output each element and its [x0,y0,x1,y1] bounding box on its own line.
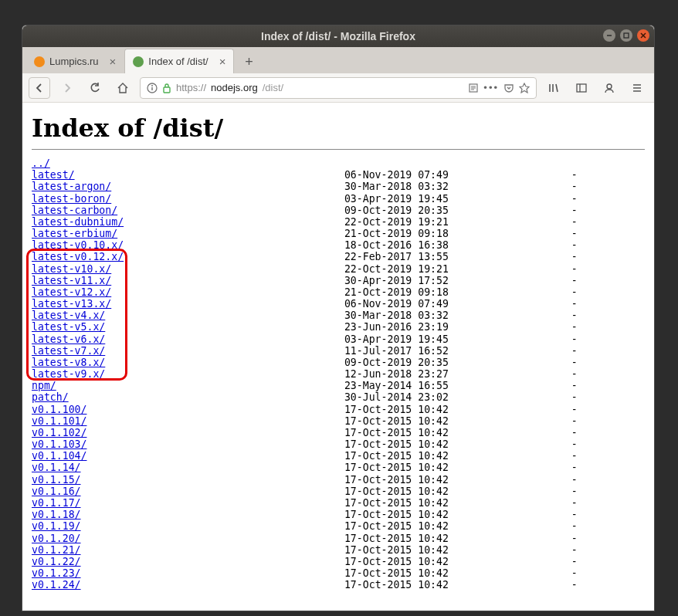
listing-row: v0.1.104/ 17-Oct-2015 10:42 - [32,450,645,462]
info-icon[interactable] [147,83,158,93]
listing-row: v0.1.21/ 17-Oct-2015 10:42 - [32,544,645,556]
listing-meta: 17-Oct-2015 10:42 - [81,544,578,556]
dir-link[interactable]: latest-boron/ [32,193,111,205]
favicon [133,56,144,67]
dir-link[interactable]: latest-erbium/ [32,228,117,239]
dir-link[interactable]: v0.1.23/ [32,567,81,579]
listing-meta: 17-Oct-2015 10:42 - [81,579,578,591]
back-button[interactable] [29,77,50,99]
close-button[interactable] [637,29,649,42]
listing-meta: 21-Oct-2019 09:18 - [117,228,577,239]
library-button[interactable] [543,77,564,99]
listing-row: latest-dubnium/ 22-Oct-2019 19:21 - [32,216,645,228]
dir-link[interactable]: v0.1.21/ [32,544,81,556]
listing-meta: 17-Oct-2015 10:42 - [81,520,578,532]
reader-icon[interactable] [468,83,479,93]
new-tab-button[interactable]: + [237,50,260,73]
dir-link[interactable]: v0.1.16/ [32,486,81,497]
dir-link[interactable]: patch/ [32,391,69,403]
page-content: Index of /dist/ ../ latest/ 06-Nov-2019 … [22,103,654,611]
toolbar: https://nodejs.org/dist/ ••• [22,73,654,103]
listing-row: latest-v8.x/ 09-Oct-2019 20:35 - [32,357,645,368]
dir-link[interactable]: latest-carbon/ [32,205,117,216]
listing-meta: 17-Oct-2015 10:42 - [81,474,578,486]
dir-link[interactable]: v0.1.102/ [32,427,86,438]
dir-link[interactable]: v0.1.101/ [32,415,86,427]
listing-row: latest-v11.x/ 30-Apr-2019 17:52 - [32,275,645,286]
dir-link[interactable]: v0.1.14/ [32,462,81,473]
url-protocol: https:// [176,82,206,93]
dir-link[interactable]: latest-v6.x/ [32,333,105,345]
dir-link[interactable]: v0.1.19/ [32,520,81,532]
listing-meta: 09-Oct-2019 20:35 - [117,205,577,216]
dir-link[interactable]: v0.1.104/ [32,450,86,462]
listing-meta: 30-Mar-2018 03:32 - [105,310,577,321]
dir-link[interactable]: latest-v5.x/ [32,321,105,333]
listing-row: v0.1.14/ 17-Oct-2015 10:42 - [32,462,645,473]
lock-icon[interactable] [162,83,171,93]
dir-link[interactable]: v0.1.24/ [32,579,81,591]
dir-link[interactable]: v0.1.15/ [32,474,81,486]
dir-link[interactable]: latest-v0.10.x/ [32,239,124,251]
dir-link[interactable]: latest-v4.x/ [32,310,105,321]
dir-link[interactable]: latest-argon/ [32,181,111,192]
listing-row: patch/ 30-Jul-2014 23:02 - [32,391,645,403]
url-path: /dist/ [263,82,283,93]
sidebar-button[interactable] [571,77,592,99]
listing-meta: 17-Oct-2015 10:42 - [86,404,577,415]
dir-link[interactable]: ../ [32,157,50,169]
svg-rect-15 [577,84,586,92]
listing-row: latest-boron/ 03-Apr-2019 19:45 - [32,193,645,205]
listing-meta: 03-Apr-2019 19:45 - [111,193,577,205]
dir-link[interactable]: latest-dubnium/ [32,216,124,228]
forward-button[interactable] [56,77,78,99]
home-button[interactable] [112,77,134,99]
close-icon[interactable]: × [219,55,226,68]
svg-point-5 [151,85,153,86]
dir-link[interactable]: latest-v9.x/ [32,368,105,380]
address-bar[interactable]: https://nodejs.org/dist/ ••• [140,77,537,99]
dir-link[interactable]: latest-v12.x/ [32,286,111,298]
dir-link[interactable]: v0.1.18/ [32,509,81,520]
dir-link[interactable]: npm/ [32,380,56,391]
menu-button[interactable] [626,77,648,99]
dir-link[interactable]: latest/ [32,169,75,181]
tab-index-dist[interactable]: Index of /dist/ × [124,49,234,73]
listing-meta: 12-Jun-2018 23:27 - [105,368,577,380]
dir-link[interactable]: latest-v0.12.x/ [32,251,124,262]
maximize-button[interactable] [620,29,632,42]
listing-row: v0.1.103/ 17-Oct-2015 10:42 - [32,438,645,450]
url-domain: nodejs.org [211,82,258,93]
listing-row: latest-v9.x/ 12-Jun-2018 23:27 - [32,368,645,380]
dir-link[interactable]: v0.1.100/ [32,404,86,415]
minimize-button[interactable] [603,29,615,42]
svg-rect-1 [624,33,629,38]
dir-link[interactable]: v0.1.20/ [32,533,81,544]
listing-meta: 22-Oct-2019 19:21 - [124,216,578,228]
listing-row: latest-argon/ 30-Mar-2018 03:32 - [32,181,645,192]
listing-meta: 21-Oct-2019 09:18 - [111,286,577,298]
bookmark-icon[interactable] [519,83,530,93]
close-icon[interactable]: × [110,55,117,68]
listing-meta: 17-Oct-2015 10:42 - [86,427,577,438]
dir-link[interactable]: v0.1.17/ [32,497,81,509]
dir-link[interactable]: latest-v11.x/ [32,275,111,286]
listing-row: v0.1.15/ 17-Oct-2015 10:42 - [32,474,645,486]
dir-link[interactable]: latest-v7.x/ [32,345,105,357]
pocket-icon[interactable] [503,83,514,93]
reload-button[interactable] [84,77,106,99]
listing-meta: 23-Jun-2016 23:19 - [105,321,577,333]
listing-row: v0.1.20/ 17-Oct-2015 10:42 - [32,533,645,544]
page-actions-icon[interactable]: ••• [483,82,499,93]
title-bar: Index of /dist/ - Mozilla Firefox [22,25,654,47]
svg-point-17 [607,84,612,89]
tab-lumpics[interactable]: Lumpics.ru × [25,49,124,73]
page-heading: Index of /dist/ [32,113,645,143]
dir-link[interactable]: latest-v10.x/ [32,263,111,275]
listing-row: v0.1.17/ 17-Oct-2015 10:42 - [32,497,645,509]
dir-link[interactable]: latest-v13.x/ [32,298,111,310]
account-button[interactable] [598,77,620,99]
dir-link[interactable]: v0.1.22/ [32,556,81,567]
dir-link[interactable]: v0.1.103/ [32,438,86,450]
dir-link[interactable]: latest-v8.x/ [32,357,105,368]
